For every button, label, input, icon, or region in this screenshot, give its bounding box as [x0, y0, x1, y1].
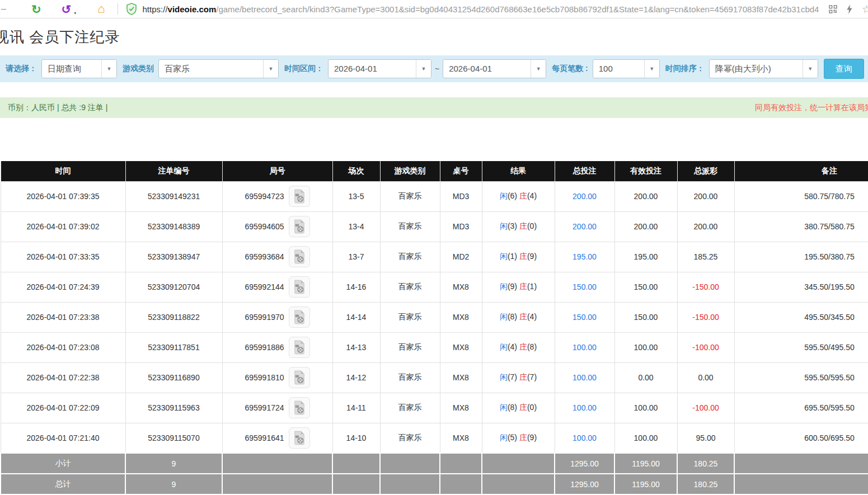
video-replay-button[interactable]: [289, 186, 310, 207]
chevron-down-icon[interactable]: ▼: [531, 60, 546, 78]
summary-currency-count: 币别：人民币 | 总共 :9 注单 |: [8, 103, 107, 113]
subtotal-row: 小计 9 1295.00 1195.00 180.25: [1, 453, 868, 474]
banker-result-label: 庄: [519, 403, 527, 412]
table-header: 时间 注单编号 局号 场次 游戏类别 桌号 结果 总投注 有效投注 总派彩 备注: [1, 161, 868, 181]
undo-icon[interactable]: ↺: [59, 2, 74, 16]
cell-bet-id: 523309116890: [125, 362, 222, 393]
round-id-text: 695991724: [245, 403, 284, 412]
cell-payout: -100.00: [677, 332, 734, 362]
cell-result: 闲(6) 庄(4): [482, 181, 555, 211]
banker-result-count: (4): [527, 191, 537, 200]
cell-round-id: 695991724: [222, 393, 332, 423]
lightning-icon[interactable]: [844, 3, 855, 15]
cell-remark: 195.50/380.75: [734, 242, 868, 272]
filter-bar: 请选择： 日期查询 ▼ 游戏类别 百家乐 ▼ 时间区间： 2026-04-01 …: [0, 55, 868, 82]
cell-table-no: MX8: [440, 332, 482, 362]
cell-payout: 185.25: [677, 242, 734, 272]
total-bet-link[interactable]: 100.00: [573, 403, 597, 412]
cell-round-id: 695991810: [222, 362, 332, 393]
video-replay-button[interactable]: [289, 397, 310, 418]
round-id-text: 695991970: [245, 313, 284, 322]
banker-result-label: 庄: [519, 312, 527, 321]
date-to-value: 2026-04-01: [443, 60, 531, 78]
cell-payout: 95.00: [677, 423, 734, 453]
total-bet-link[interactable]: 100.00: [573, 343, 597, 352]
total-bet-link[interactable]: 200.00: [573, 222, 597, 231]
cell-round-id: 695994723: [222, 181, 332, 211]
cell-bet-id: 523309118822: [125, 302, 222, 332]
banker-result-label: 庄: [519, 191, 527, 200]
query-mode-select[interactable]: 日期查询 ▼: [41, 59, 117, 78]
table-body: 2026-04-01 07:39:35 523309149231 6959947…: [1, 181, 868, 453]
video-replay-button[interactable]: [289, 337, 310, 358]
date-to-select[interactable]: 2026-04-01 ▼: [443, 59, 546, 78]
clipped-icon: –: [1, 4, 9, 14]
round-id-text: 695992144: [245, 282, 284, 291]
toolbar-divider: [118, 3, 118, 15]
url-host: videoie.com: [168, 4, 217, 14]
cell-table-no: MD2: [440, 242, 482, 272]
subtotal-count: 9: [125, 453, 222, 474]
security-shield-icon[interactable]: [126, 3, 137, 15]
cell-session: 13-4: [332, 211, 380, 242]
cell-total-bet: 100.00: [555, 393, 614, 423]
cell-round-id: 695994605: [222, 211, 332, 242]
address-bar[interactable]: https://videoie.com/game/betrecord_searc…: [137, 4, 819, 14]
cell-remark: 580.75/780.75: [734, 181, 868, 211]
search-button[interactable]: 查询: [824, 59, 864, 79]
cell-result: 闲(1) 庄(9): [482, 242, 555, 272]
player-result-label: 闲: [500, 221, 508, 230]
chevron-down-icon[interactable]: ▼: [416, 60, 431, 78]
home-icon[interactable]: ⌂: [95, 2, 107, 16]
table-row: 2026-04-01 07:33:35 523309138947 6959936…: [1, 242, 868, 272]
refresh-icon[interactable]: ↻: [29, 2, 44, 16]
cell-bet-id: 523309115963: [125, 393, 222, 423]
chevron-down-icon[interactable]: ▼: [644, 60, 659, 78]
chevron-down-icon[interactable]: ▼: [803, 60, 818, 78]
undo-dropdown-caret[interactable]: ▾: [74, 11, 76, 18]
round-id-text: 695994605: [245, 222, 284, 231]
cell-time: 2026-04-01 07:23:08: [1, 332, 125, 362]
game-type-select[interactable]: 百家乐 ▼: [158, 59, 279, 78]
qr-code-icon[interactable]: [827, 4, 839, 15]
cell-session: 14-14: [332, 302, 380, 332]
table-row: 2026-04-01 07:39:02 523309148389 6959946…: [1, 211, 868, 242]
page-size-label: 每页笔数 :: [552, 64, 588, 74]
cell-time: 2026-04-01 07:21:40: [1, 423, 125, 453]
cell-table-no: MX8: [440, 362, 482, 393]
table-row: 2026-04-01 07:39:35 523309149231 6959947…: [1, 181, 868, 211]
banker-result-count: (9): [527, 252, 537, 261]
total-bet-link[interactable]: 200.00: [573, 192, 597, 201]
cell-session: 14-10: [332, 423, 380, 453]
cell-time: 2026-04-01 07:39:02: [1, 211, 125, 242]
date-from-select[interactable]: 2026-04-01 ▼: [328, 59, 431, 78]
total-bet-link[interactable]: 150.00: [573, 282, 597, 291]
chevron-down-icon[interactable]: ▼: [263, 60, 278, 78]
video-replay-button[interactable]: [289, 216, 310, 237]
player-result-count: (8): [508, 403, 517, 412]
total-bet-link[interactable]: 195.00: [573, 252, 597, 261]
subtotal-total-bet: 1295.00: [555, 453, 614, 474]
cell-bet-id: 523309138947: [125, 242, 222, 272]
bookmark-star-icon[interactable]: ☆: [860, 3, 868, 16]
page-size-select[interactable]: 100 ▼: [593, 59, 660, 78]
select-mode-label: 请选择：: [6, 64, 37, 74]
total-bet-link[interactable]: 150.00: [573, 313, 597, 322]
video-replay-button[interactable]: [289, 427, 310, 449]
cell-session: 14-13: [332, 332, 380, 362]
video-replay-button[interactable]: [289, 246, 310, 267]
video-replay-button[interactable]: [289, 276, 310, 298]
cell-bet-id: 523309117851: [125, 332, 222, 362]
chevron-down-icon[interactable]: ▼: [101, 60, 116, 78]
date-range-tilde: ~: [435, 64, 439, 73]
url-text[interactable]: https://videoie.com/game/betrecord_searc…: [143, 4, 819, 14]
total-bet-link[interactable]: 100.00: [573, 373, 597, 382]
video-replay-button[interactable]: [289, 367, 310, 388]
table-row: 2026-04-01 07:23:38 523309118822 6959919…: [1, 302, 868, 332]
table-row: 2026-04-01 07:24:39 523309120704 6959921…: [1, 272, 868, 302]
total-bet-link[interactable]: 100.00: [573, 433, 597, 442]
cell-game-type: 百家乐: [380, 332, 440, 362]
cell-bet-id: 523309120704: [125, 272, 222, 302]
video-replay-button[interactable]: [289, 307, 310, 328]
time-sort-select[interactable]: 降幂(由大到小) ▼: [709, 59, 818, 78]
